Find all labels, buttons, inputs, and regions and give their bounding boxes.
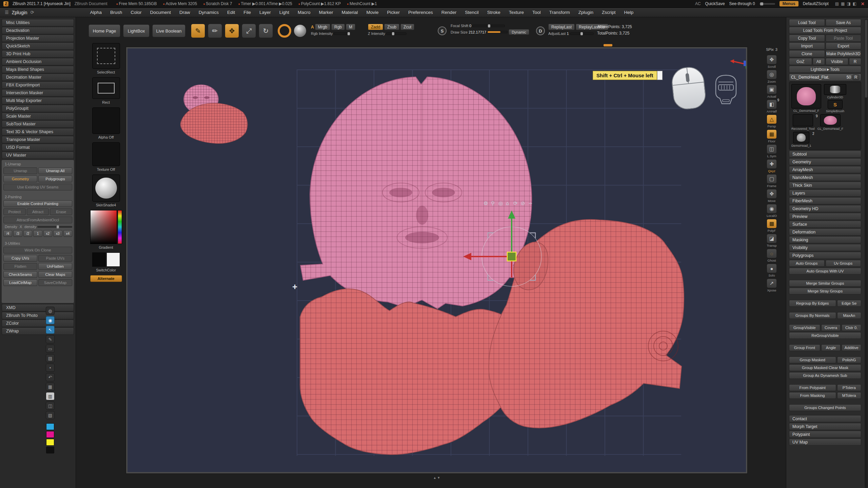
titlebar-icon[interactable]: ◨: [847, 1, 850, 6]
alternate-button[interactable]: Alternate: [90, 275, 122, 282]
density-multiplier-button[interactable]: /2: [23, 230, 32, 237]
menu-item[interactable]: Edit: [223, 10, 239, 15]
menu-item[interactable]: Stroke: [483, 10, 505, 15]
sculpt-mode-button[interactable]: Zadd: [368, 24, 383, 30]
load-tools-from-project-button[interactable]: Load Tools From Project: [789, 27, 861, 34]
stroke-icon[interactable]: S: [438, 26, 447, 35]
import-button[interactable]: Import: [789, 42, 825, 49]
right-shelf-button[interactable]: ◧ 9 AAHalf: [766, 100, 778, 113]
replay-last-button[interactable]: ReplayLast: [548, 24, 575, 30]
alpha-thumbnail[interactable]: [92, 107, 120, 134]
sculpt-mode-button[interactable]: Zcut: [400, 24, 414, 30]
material-preview-icon[interactable]: [294, 25, 306, 37]
zplugin-item[interactable]: 3D Print Hub: [2, 50, 74, 58]
density-multiplier-button[interactable]: 1: [33, 230, 42, 237]
menu-item[interactable]: Stencil: [461, 10, 483, 15]
polygroup-button[interactable]: GroupVisible: [789, 324, 820, 331]
mode-button[interactable]: ⤢: [242, 24, 256, 38]
dock-scrollbar[interactable]: [865, 19, 868, 488]
current-brush-icon[interactable]: [278, 24, 291, 38]
make-polymesh3d-button[interactable]: Make PolyMesh3D: [826, 50, 862, 57]
menu-item[interactable]: Movie: [362, 10, 383, 15]
menu-item[interactable]: Document: [146, 10, 175, 15]
right-shelf-button[interactable]: ◪ Transp: [766, 234, 778, 247]
protect-button[interactable]: Protect: [3, 208, 26, 215]
mode-button[interactable]: ✎: [191, 24, 205, 38]
menu-item[interactable]: Texture: [505, 10, 528, 15]
goz-r-button[interactable]: R: [849, 58, 861, 65]
unwrap-all-button[interactable]: Unwrap All: [38, 167, 72, 174]
loadctrlmap-button[interactable]: LoadCtrlMap: [3, 279, 37, 286]
titlebar-icon[interactable]: ▤: [835, 1, 839, 6]
tool-thumb[interactable]: Cylinder3D: [824, 84, 846, 99]
zplugin-item[interactable]: USD Format: [2, 144, 74, 151]
geometry-toggle[interactable]: Geometry: [3, 176, 37, 182]
tool-section[interactable]: Deformation: [789, 228, 861, 236]
unwrap-button[interactable]: Unwrap: [3, 167, 37, 174]
switch-color[interactable]: [92, 252, 120, 267]
active-tool-row[interactable]: CL_DemoHead_Flat. 50 R: [789, 74, 861, 81]
density-multiplier-button[interactable]: x3: [53, 230, 62, 237]
saturation-square[interactable]: [90, 210, 117, 244]
color-picker[interactable]: [90, 210, 122, 244]
use-existing-uv-seams-toggle[interactable]: Use Existing UV Seams: [3, 184, 72, 190]
adjust-last-slider[interactable]: [570, 33, 594, 35]
polygroup-button[interactable]: Merge Similar Groups: [789, 280, 861, 287]
lightbox-tools-button[interactable]: Lightbox►Tools: [789, 66, 861, 73]
home-page-button[interactable]: Home Page: [88, 24, 120, 37]
mode-button[interactable]: ✥: [225, 24, 239, 38]
titlebar-icon[interactable]: ▦: [841, 1, 845, 6]
clear-maps-button[interactable]: Clear Maps: [38, 271, 72, 278]
copy-tool-button[interactable]: Copy Tool: [789, 35, 825, 42]
tool-section[interactable]: Contact: [789, 415, 861, 422]
zplugin-item[interactable]: Maya Blend Shapes: [2, 66, 74, 73]
density-multiplier-button[interactable]: x4: [63, 230, 72, 237]
focal-shift-slider[interactable]: [472, 25, 505, 27]
right-shelf-button[interactable]: ◌ Ghost: [766, 249, 778, 262]
goz-button[interactable]: GoZ: [789, 58, 812, 65]
polygroup-button[interactable]: Groups By Normals: [789, 312, 836, 319]
scroll-down-icon[interactable]: ▾: [438, 475, 440, 480]
live-boolean-button[interactable]: Live Boolean: [152, 24, 185, 37]
right-shelf-button[interactable]: ◎ Zoom: [766, 70, 778, 83]
menu-item[interactable]: Preferences: [404, 10, 437, 15]
dynamic-button[interactable]: Dynamic: [509, 29, 529, 35]
z-intensity-slider[interactable]: [386, 33, 407, 35]
right-shelf-button[interactable]: ▢ Frame: [766, 174, 778, 188]
zplugin-item[interactable]: Misc Utilities: [2, 19, 74, 26]
goz-visible-button[interactable]: Visible: [826, 58, 849, 65]
zplugin-item[interactable]: ZBrush To Photo: [2, 312, 74, 319]
tool-section[interactable]: FiberMesh: [789, 197, 861, 204]
zplugin-item[interactable]: Intersection Masker: [2, 89, 74, 97]
erase-button[interactable]: Erase: [50, 208, 72, 215]
menu-item[interactable]: Macro: [293, 10, 315, 15]
polygroup-button[interactable]: Clstr 0.: [842, 324, 861, 331]
gizmo-center-handle[interactable]: [507, 252, 516, 261]
paste-tool-button[interactable]: Paste Tool: [826, 35, 862, 42]
tool-section[interactable]: ArrayMesh: [789, 166, 861, 173]
zplugin-item[interactable]: ZWrap: [2, 327, 74, 335]
tool-section[interactable]: Geometry HD: [789, 205, 861, 212]
see-through-slider[interactable]: [760, 3, 775, 5]
paint-mode-button[interactable]: Rgb: [331, 24, 345, 30]
polygroup-button[interactable]: Auto Groups With UV: [789, 268, 861, 274]
attract-from-ao-button[interactable]: AttractFromAmbientOccl: [3, 217, 72, 223]
right-shelf-button[interactable]: ▩ PolyF: [766, 219, 778, 232]
right-shelf-button[interactable]: ● Solo: [766, 264, 778, 277]
color-swatch[interactable]: [46, 439, 54, 446]
density-multiplier-button[interactable]: x2: [43, 230, 52, 237]
hue-bar[interactable]: [118, 210, 122, 244]
checkseams-button[interactable]: CheckSeams: [3, 271, 37, 278]
sculpt-mode-button[interactable]: Zsub: [384, 24, 399, 30]
polygroup-button[interactable]: Edge Se: [837, 300, 861, 307]
mode-button[interactable]: ✏: [208, 24, 222, 38]
polygroup-button[interactable]: Groups Changed Points: [789, 404, 861, 411]
tool-thumb[interactable]: 9 Recovered_Tool: [791, 114, 815, 130]
zplugin-item[interactable]: SubTool Master: [2, 120, 74, 128]
polygroup-button[interactable]: MaxAn: [837, 312, 861, 319]
polygroups-toggle[interactable]: Polygroups: [38, 176, 72, 182]
unflatten-button[interactable]: UnFlatten: [38, 263, 72, 270]
polygroup-button[interactable]: Group Masked Clear Mask: [789, 364, 861, 371]
right-shelf-button[interactable]: ↗ Xpose: [766, 279, 778, 292]
polygroup-button[interactable]: Auto Groups: [789, 260, 825, 267]
